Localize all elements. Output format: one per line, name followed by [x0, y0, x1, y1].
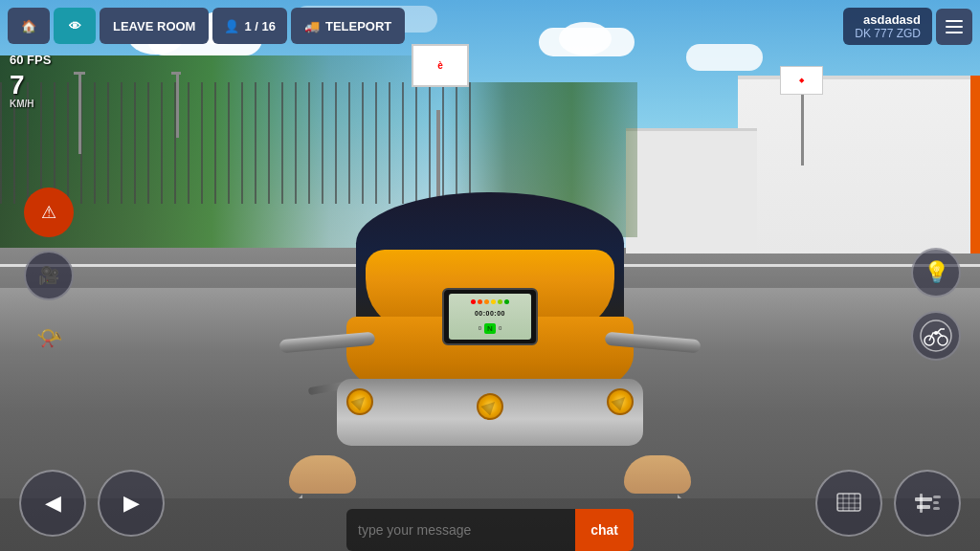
dash-extra: 0	[499, 325, 501, 331]
dash-display: 00:00:00 0 N 0	[449, 294, 531, 340]
alert-button[interactable]: ⚠	[24, 187, 74, 237]
players-count: 1 / 16	[244, 19, 276, 33]
dash-gear: N	[484, 323, 496, 334]
map-icon	[834, 488, 864, 518]
bolt-center	[477, 393, 503, 420]
right-controls: 💡	[911, 248, 961, 361]
svg-rect-13	[920, 494, 923, 513]
dot-6	[504, 299, 509, 304]
headlight-button[interactable]: 💡	[911, 248, 961, 298]
game-viewport: è ◆	[0, 0, 980, 551]
dot-1	[471, 299, 476, 304]
rev-dots	[471, 299, 509, 304]
moto-dashboard: 00:00:00 0 N 0	[442, 288, 538, 345]
teleport-button[interactable]: 🚚 TELEPORT	[291, 8, 405, 44]
chat-area: chat	[346, 509, 634, 551]
horn-button[interactable]: 📯	[24, 314, 74, 364]
teleport-label: TELEPORT	[325, 19, 391, 33]
chat-send-button[interactable]: chat	[575, 509, 634, 551]
left-controls: ⚠ 🎥 📯	[24, 187, 74, 364]
leave-room-button[interactable]: LEAVE ROOM	[100, 8, 209, 44]
menu-icon	[946, 20, 963, 33]
fence	[0, 82, 471, 204]
svg-point-2	[938, 336, 947, 345]
speed-unit: KM/H	[10, 99, 34, 109]
eye-button[interactable]: 👁	[54, 8, 96, 44]
svg-point-0	[921, 320, 951, 351]
headlight-icon: 💡	[924, 260, 949, 285]
svg-rect-12	[917, 505, 930, 509]
street-light-pole	[78, 72, 81, 154]
rider-hand-left	[289, 455, 356, 494]
top-nav: 🏠 👁 LEAVE ROOM 👤 1 / 16 🚚 TELEPORT	[8, 8, 405, 44]
next-button[interactable]: ▶	[98, 470, 165, 537]
prev-button[interactable]: ◀	[19, 470, 86, 537]
svg-rect-14	[933, 496, 941, 498]
teleport-icon: 🚚	[304, 19, 320, 33]
user-info-box: asdadasd DK 777 ZGD	[843, 8, 932, 45]
alert-icon: ⚠	[41, 202, 56, 223]
svg-rect-16	[933, 507, 940, 510]
gear-button[interactable]	[894, 470, 961, 537]
street-light-pole	[176, 72, 179, 138]
building-main	[738, 76, 980, 253]
user-info-area: asdadasd DK 777 ZGD	[843, 8, 972, 45]
chat-input[interactable]	[346, 509, 575, 551]
motorcycle: 00:00:00 0 N 0	[260, 192, 720, 498]
dot-3	[484, 299, 489, 304]
speed-value: 7	[10, 72, 34, 99]
dash-timer: 00:00:00	[475, 310, 505, 317]
building-accent	[970, 76, 980, 253]
cloud	[559, 22, 612, 55]
rider-hand-right	[624, 455, 691, 494]
players-icon: 👤	[224, 19, 239, 33]
home-icon: 🏠	[21, 19, 36, 33]
billboard: è	[412, 44, 469, 87]
bolt-right	[607, 388, 634, 415]
prev-icon: ◀	[45, 491, 61, 516]
svg-rect-15	[933, 501, 939, 504]
map-button[interactable]	[815, 470, 882, 537]
players-button[interactable]: 👤 1 / 16	[212, 8, 287, 44]
gear-icon	[912, 488, 943, 518]
eye-icon: 👁	[69, 19, 81, 33]
camera-icon: 🎥	[38, 265, 59, 286]
dot-2	[478, 299, 482, 304]
horn-icon: 📯	[36, 326, 62, 351]
home-button[interactable]: 🏠	[8, 8, 50, 44]
dash-bottom: 0 N 0	[479, 323, 501, 334]
street-light-arm	[171, 72, 181, 75]
bottom-right-nav	[815, 470, 961, 537]
user-plate: DK 777 ZGD	[855, 27, 921, 40]
username: asdadasd	[863, 12, 921, 27]
bottom-left-nav: ◀ ▶	[19, 470, 165, 537]
moto-mode-button[interactable]	[911, 311, 961, 361]
fps-counter: 60 FPS	[10, 53, 51, 67]
svg-rect-11	[915, 497, 932, 501]
next-icon: ▶	[123, 491, 140, 516]
svg-point-3	[934, 331, 938, 335]
speed-indicator: 7 KM/H	[10, 72, 34, 109]
dot-4	[491, 299, 496, 304]
street-light-arm	[74, 72, 85, 75]
motorcycle-icon	[920, 320, 952, 352]
dot-5	[498, 299, 502, 304]
bolt-left	[346, 388, 373, 415]
dash-speed-small: 0	[479, 325, 481, 331]
right-billboard: ◆	[780, 66, 823, 95]
camera-button[interactable]: 🎥	[24, 251, 74, 300]
menu-button[interactable]	[936, 9, 972, 45]
